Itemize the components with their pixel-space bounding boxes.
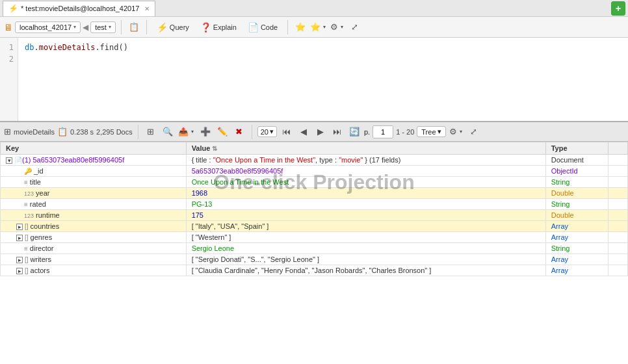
- display-options-btn[interactable]: ⊞: [144, 125, 158, 139]
- row-value: [ "Claudia Cardinale", "Henry Fonda", "J…: [186, 265, 545, 276]
- value-sort-icon: ⇅: [212, 145, 217, 152]
- favorite-icon-btn[interactable]: 📋: [127, 20, 141, 34]
- row-extra: [608, 221, 628, 232]
- active-tab[interactable]: ⚡ * test:movieDetails@localhost_42017 ✕: [3, 1, 155, 16]
- key-type-icon: 🔑: [24, 168, 32, 175]
- toolbar-sep-1: [121, 20, 122, 34]
- bookmark-section: ⭐ ⭐ ⚙ ⤢: [293, 20, 361, 34]
- table-row[interactable]: ≡directorSergio LeoneString: [1, 243, 628, 254]
- toolbar-sep-3: [287, 20, 288, 34]
- tab-close-btn[interactable]: ✕: [144, 5, 150, 12]
- key-text: director: [30, 244, 54, 252]
- grid-options-btn[interactable]: ⚙: [449, 125, 464, 139]
- table-row[interactable]: ▸[]genres[ "Western" ]Array: [1, 232, 628, 243]
- key-text: (1) 5a653073eab80e8f5996405f: [22, 156, 124, 164]
- collection-label: test: [95, 23, 107, 31]
- fullscreen-btn[interactable]: ⤢: [467, 125, 481, 139]
- tab-label: * test:movieDetails@localhost_42017: [21, 5, 139, 12]
- results-sep-2: [252, 125, 252, 139]
- more-options-btn[interactable]: ⚙: [330, 20, 345, 34]
- collection-select[interactable]: test ▾: [90, 21, 116, 33]
- row-value: [ "Italy", "USA", "Spain" ]: [186, 221, 545, 232]
- row-extra: [608, 177, 628, 188]
- expand-btn-row[interactable]: ▸: [16, 257, 23, 263]
- table-row[interactable]: 123year1968Double: [1, 188, 628, 199]
- query-time: 0.238 s: [70, 128, 94, 136]
- table-row[interactable]: ▸[]countries[ "Italy", "USA", "Spain" ]A…: [1, 221, 628, 232]
- key-type-icon: ≡: [24, 179, 28, 186]
- results-sep-1: [138, 125, 138, 139]
- edit-doc-btn[interactable]: ✏️: [215, 125, 229, 139]
- table-row[interactable]: ▾📄(1) 5a653073eab80e8f5996405f{ title : …: [1, 155, 628, 166]
- row-type: ObjectId: [545, 166, 608, 177]
- row-value: { title : "Once Upon a Time in the West"…: [186, 155, 545, 166]
- row-key: ≡director: [1, 243, 187, 254]
- results-section: ⊞ movieDetails 📋 0.238 s 2,295 Docs ⊞ 🔍 …: [0, 122, 628, 364]
- expand-btn-row[interactable]: ▸: [16, 224, 23, 230]
- export-btn[interactable]: 📤: [177, 125, 196, 139]
- app-window: ⚡ * test:movieDetails@localhost_42017 ✕ …: [0, 0, 628, 364]
- expand-btn-toolbar[interactable]: ⤢: [347, 20, 361, 34]
- row-value: 1968: [186, 188, 545, 199]
- col-header-key: Key: [1, 142, 187, 155]
- results-toolbar: ⊞ movieDetails 📋 0.238 s 2,295 Docs ⊞ 🔍 …: [0, 122, 628, 142]
- server-icon: 🖥: [4, 22, 13, 32]
- results-table: Key Value ⇅ Type ▾📄(1) 5a653073eab80e8f5…: [0, 142, 628, 276]
- query-label: Query: [170, 23, 189, 31]
- row-type: String: [545, 177, 608, 188]
- toolbar-sep-2: [146, 20, 147, 34]
- collection-name: movieDetails: [14, 128, 55, 136]
- page-input[interactable]: [373, 125, 393, 138]
- last-page-btn[interactable]: ⏭: [330, 125, 345, 139]
- table-row[interactable]: 123runtime175Double: [1, 210, 628, 221]
- server-select[interactable]: localhost_42017 ▾: [15, 21, 81, 33]
- save-favorite-btn[interactable]: ⭐: [293, 20, 307, 34]
- row-key: ≡title: [1, 177, 187, 188]
- code-button[interactable]: 📄 Code: [243, 20, 282, 34]
- delete-doc-btn[interactable]: ✖: [232, 125, 246, 139]
- search-btn[interactable]: 🔍: [161, 125, 175, 139]
- action-section: 📋: [127, 20, 141, 34]
- page-size-select[interactable]: 20 ▾: [257, 126, 277, 137]
- table-row[interactable]: ≡titleOnce Upon a Time in the WestString: [1, 177, 628, 188]
- code-label: Code: [261, 23, 278, 31]
- first-page-btn[interactable]: ⏮: [280, 125, 294, 139]
- key-text: genres: [31, 233, 53, 241]
- tab-bar: ⚡ * test:movieDetails@localhost_42017 ✕ …: [0, 0, 628, 17]
- key-type-icon: []: [25, 267, 29, 274]
- key-type-icon: 123: [24, 190, 34, 197]
- expand-btn-row[interactable]: ▸: [16, 268, 23, 274]
- explain-label: Explain: [213, 23, 237, 31]
- code-content[interactable]: db.movieDetails.find(): [18, 38, 628, 121]
- code-collection: movieDetails: [39, 43, 96, 52]
- table-row[interactable]: ▸[]actors[ "Claudia Cardinale", "Henry F…: [1, 265, 628, 276]
- row-type: String: [545, 199, 608, 210]
- key-text: runtime: [36, 211, 60, 219]
- view-mode-select[interactable]: Tree ▾: [417, 126, 445, 137]
- connection-section: 🖥 localhost_42017 ▾ ◀ test ▾: [4, 21, 116, 33]
- new-tab-btn[interactable]: +: [611, 1, 625, 16]
- key-type-icon: ≡: [24, 245, 28, 252]
- copy-icon: 📋: [57, 127, 68, 136]
- main-toolbar: 🖥 localhost_42017 ▾ ◀ test ▾ 📋 ⚡ Query ❓…: [0, 17, 628, 38]
- row-key: 123year: [1, 188, 187, 199]
- code-icon: 📄: [248, 22, 259, 32]
- prev-page-btn[interactable]: ◀: [296, 125, 311, 139]
- table-header-row: Key Value ⇅ Type: [1, 142, 628, 155]
- row-key: ▾📄(1) 5a653073eab80e8f5996405f: [1, 155, 187, 166]
- table-row[interactable]: ≡ratedPG-13String: [1, 199, 628, 210]
- page-range: 1 - 20: [396, 128, 414, 136]
- table-row[interactable]: ▸[]writers[ "Sergio Donati", "S...", "Se…: [1, 254, 628, 265]
- query-button[interactable]: ⚡ Query: [152, 20, 194, 34]
- refresh-btn[interactable]: 🔄: [347, 125, 361, 139]
- table-row[interactable]: 🔑_id5a653073eab80e8f5996405fObjectId: [1, 166, 628, 177]
- key-type-icon: []: [25, 256, 29, 263]
- more-favorites-btn[interactable]: ⭐: [309, 20, 328, 34]
- row-value: Sergio Leone: [186, 243, 545, 254]
- expand-btn-row[interactable]: ▸: [16, 235, 23, 241]
- expand-btn-row[interactable]: ▾: [6, 157, 12, 164]
- explain-button[interactable]: ❓ Explain: [196, 20, 241, 34]
- next-page-btn[interactable]: ▶: [313, 125, 328, 139]
- doc-icon: 📄: [14, 157, 22, 164]
- add-doc-btn[interactable]: ➕: [198, 125, 213, 139]
